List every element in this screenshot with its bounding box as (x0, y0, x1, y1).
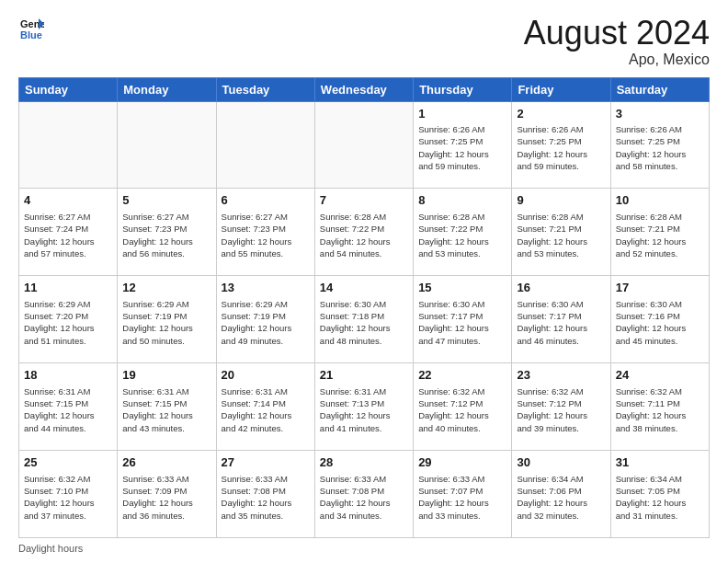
calendar-week-row: 25Sunrise: 6:32 AM Sunset: 7:10 PM Dayli… (19, 451, 710, 538)
day-number: 25 (24, 454, 112, 471)
table-row: 9Sunrise: 6:28 AM Sunset: 7:21 PM Daylig… (512, 189, 610, 276)
day-number: 5 (122, 192, 210, 209)
table-row: 17Sunrise: 6:30 AM Sunset: 7:16 PM Dayli… (610, 276, 709, 363)
day-info: Sunrise: 6:34 AM Sunset: 7:05 PM Dayligh… (616, 473, 704, 522)
calendar-week-row: 11Sunrise: 6:29 AM Sunset: 7:20 PM Dayli… (19, 276, 710, 363)
logo-icon: General Blue (18, 15, 44, 40)
logo: General Blue (18, 15, 44, 40)
day-number: 19 (122, 367, 210, 384)
col-thursday: Thursday (414, 77, 512, 101)
table-row: 1Sunrise: 6:26 AM Sunset: 7:25 PM Daylig… (414, 101, 512, 189)
table-row: 25Sunrise: 6:32 AM Sunset: 7:10 PM Dayli… (19, 451, 118, 538)
calendar-header-row: Sunday Monday Tuesday Wednesday Thursday… (19, 77, 710, 101)
day-number: 17 (616, 280, 704, 296)
day-info: Sunrise: 6:26 AM Sunset: 7:25 PM Dayligh… (517, 123, 605, 172)
col-friday: Friday (512, 77, 610, 101)
table-row: 19Sunrise: 6:31 AM Sunset: 7:15 PM Dayli… (118, 363, 216, 451)
table-row: 7Sunrise: 6:28 AM Sunset: 7:22 PM Daylig… (314, 189, 413, 276)
table-row: 14Sunrise: 6:30 AM Sunset: 7:18 PM Dayli… (314, 276, 413, 363)
table-row: 13Sunrise: 6:29 AM Sunset: 7:19 PM Dayli… (216, 276, 314, 363)
day-info: Sunrise: 6:30 AM Sunset: 7:18 PM Dayligh… (320, 298, 408, 347)
col-tuesday: Tuesday (216, 77, 314, 101)
day-info: Sunrise: 6:33 AM Sunset: 7:07 PM Dayligh… (418, 473, 506, 522)
day-info: Sunrise: 6:31 AM Sunset: 7:13 PM Dayligh… (320, 385, 408, 434)
calendar-week-row: 18Sunrise: 6:31 AM Sunset: 7:15 PM Dayli… (19, 363, 710, 451)
table-row: 28Sunrise: 6:33 AM Sunset: 7:08 PM Dayli… (314, 451, 413, 538)
table-row: 23Sunrise: 6:32 AM Sunset: 7:12 PM Dayli… (512, 363, 610, 451)
table-row: 12Sunrise: 6:29 AM Sunset: 7:19 PM Dayli… (118, 276, 216, 363)
day-number: 28 (320, 454, 408, 471)
day-number: 11 (24, 280, 112, 296)
day-info: Sunrise: 6:32 AM Sunset: 7:12 PM Dayligh… (517, 385, 605, 434)
day-info: Sunrise: 6:30 AM Sunset: 7:17 PM Dayligh… (418, 298, 506, 347)
day-info: Sunrise: 6:28 AM Sunset: 7:21 PM Dayligh… (616, 211, 704, 259)
day-number: 16 (517, 280, 605, 296)
table-row: 2Sunrise: 6:26 AM Sunset: 7:25 PM Daylig… (512, 101, 610, 189)
day-info: Sunrise: 6:31 AM Sunset: 7:15 PM Dayligh… (122, 385, 210, 434)
day-info: Sunrise: 6:28 AM Sunset: 7:22 PM Dayligh… (320, 211, 408, 259)
day-number: 26 (122, 454, 210, 471)
calendar-week-row: 1Sunrise: 6:26 AM Sunset: 7:25 PM Daylig… (19, 101, 710, 189)
day-info: Sunrise: 6:33 AM Sunset: 7:08 PM Dayligh… (320, 473, 408, 522)
day-info: Sunrise: 6:29 AM Sunset: 7:19 PM Dayligh… (222, 298, 310, 347)
table-row (118, 101, 216, 189)
day-info: Sunrise: 6:30 AM Sunset: 7:16 PM Dayligh… (616, 298, 704, 347)
month-year: August 2024 (524, 15, 710, 52)
calendar-table: Sunday Monday Tuesday Wednesday Thursday… (18, 77, 710, 538)
day-info: Sunrise: 6:27 AM Sunset: 7:24 PM Dayligh… (24, 211, 112, 259)
table-row: 21Sunrise: 6:31 AM Sunset: 7:13 PM Dayli… (314, 363, 413, 451)
table-row: 20Sunrise: 6:31 AM Sunset: 7:14 PM Dayli… (216, 363, 314, 451)
day-info: Sunrise: 6:28 AM Sunset: 7:21 PM Dayligh… (517, 211, 605, 259)
table-row: 10Sunrise: 6:28 AM Sunset: 7:21 PM Dayli… (610, 189, 709, 276)
day-info: Sunrise: 6:33 AM Sunset: 7:08 PM Dayligh… (222, 473, 310, 522)
day-info: Sunrise: 6:32 AM Sunset: 7:10 PM Dayligh… (24, 473, 112, 522)
day-number: 14 (320, 280, 408, 296)
day-number: 24 (616, 367, 704, 384)
table-row: 27Sunrise: 6:33 AM Sunset: 7:08 PM Dayli… (216, 451, 314, 538)
table-row (19, 101, 118, 189)
day-info: Sunrise: 6:32 AM Sunset: 7:12 PM Dayligh… (418, 385, 506, 434)
day-number: 13 (222, 280, 310, 296)
day-number: 20 (222, 367, 310, 384)
day-number: 23 (517, 367, 605, 384)
day-number: 15 (418, 280, 506, 296)
calendar-body: 1Sunrise: 6:26 AM Sunset: 7:25 PM Daylig… (19, 101, 710, 537)
day-info: Sunrise: 6:28 AM Sunset: 7:22 PM Dayligh… (418, 211, 506, 259)
day-number: 9 (517, 192, 605, 209)
day-number: 4 (24, 192, 112, 209)
table-row: 30Sunrise: 6:34 AM Sunset: 7:06 PM Dayli… (512, 451, 610, 538)
day-number: 2 (517, 106, 605, 122)
footer-note: Daylight hours (18, 543, 710, 554)
day-info: Sunrise: 6:29 AM Sunset: 7:20 PM Dayligh… (24, 298, 112, 347)
day-number: 3 (616, 106, 704, 122)
day-info: Sunrise: 6:33 AM Sunset: 7:09 PM Dayligh… (122, 473, 210, 522)
day-number: 8 (418, 192, 506, 209)
day-info: Sunrise: 6:34 AM Sunset: 7:06 PM Dayligh… (517, 473, 605, 522)
table-row: 5Sunrise: 6:27 AM Sunset: 7:23 PM Daylig… (118, 189, 216, 276)
table-row: 15Sunrise: 6:30 AM Sunset: 7:17 PM Dayli… (414, 276, 512, 363)
table-row: 6Sunrise: 6:27 AM Sunset: 7:23 PM Daylig… (216, 189, 314, 276)
day-info: Sunrise: 6:26 AM Sunset: 7:25 PM Dayligh… (418, 123, 506, 172)
day-number: 22 (418, 367, 506, 384)
day-info: Sunrise: 6:30 AM Sunset: 7:17 PM Dayligh… (517, 298, 605, 347)
day-number: 30 (517, 454, 605, 471)
table-row (314, 101, 413, 189)
daylight-label: Daylight hours (18, 543, 83, 554)
table-row: 29Sunrise: 6:33 AM Sunset: 7:07 PM Dayli… (414, 451, 512, 538)
day-number: 31 (616, 454, 704, 471)
table-row: 26Sunrise: 6:33 AM Sunset: 7:09 PM Dayli… (118, 451, 216, 538)
header: General Blue August 2024 Apo, Mexico (18, 15, 710, 68)
day-number: 27 (222, 454, 310, 471)
col-wednesday: Wednesday (314, 77, 413, 101)
day-number: 6 (222, 192, 310, 209)
day-number: 29 (418, 454, 506, 471)
calendar-week-row: 4Sunrise: 6:27 AM Sunset: 7:24 PM Daylig… (19, 189, 710, 276)
table-row: 8Sunrise: 6:28 AM Sunset: 7:22 PM Daylig… (414, 189, 512, 276)
day-info: Sunrise: 6:27 AM Sunset: 7:23 PM Dayligh… (222, 211, 310, 259)
svg-text:Blue: Blue (20, 29, 42, 40)
table-row: 11Sunrise: 6:29 AM Sunset: 7:20 PM Dayli… (19, 276, 118, 363)
day-info: Sunrise: 6:31 AM Sunset: 7:14 PM Dayligh… (222, 385, 310, 434)
table-row: 3Sunrise: 6:26 AM Sunset: 7:25 PM Daylig… (610, 101, 709, 189)
table-row: 24Sunrise: 6:32 AM Sunset: 7:11 PM Dayli… (610, 363, 709, 451)
title-block: August 2024 Apo, Mexico (524, 15, 710, 68)
